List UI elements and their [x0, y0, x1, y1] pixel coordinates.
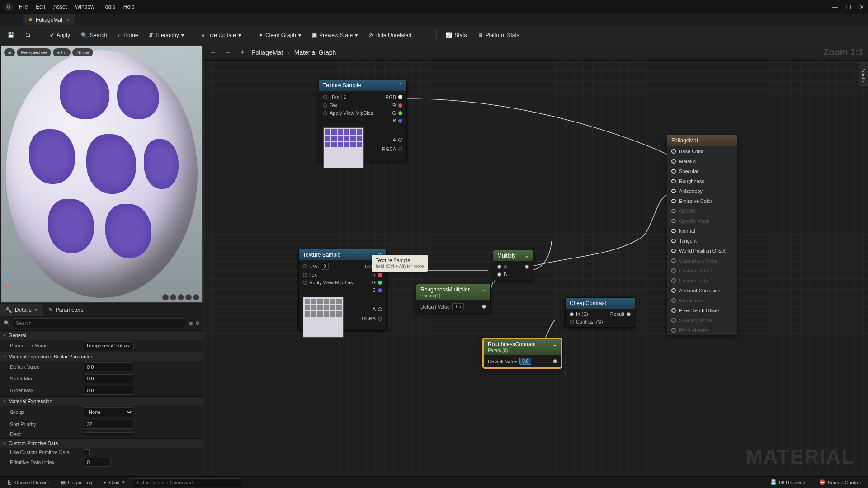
preview-state-button[interactable]: ▣Preview State ▾: [308, 30, 362, 41]
stats-button[interactable]: 📈Stats: [441, 30, 471, 41]
pin-in[interactable]: [303, 281, 307, 285]
tab-close-icon[interactable]: ×: [66, 17, 69, 23]
sort-priority-field[interactable]: 32: [84, 420, 133, 429]
pin-a[interactable]: [398, 138, 402, 142]
hierarchy-button[interactable]: ⇵Hierarchy ▾: [145, 30, 188, 41]
result-pin-roughness[interactable]: Roughness: [667, 176, 737, 186]
shape-custom-icon[interactable]: [193, 294, 199, 300]
pin-icon[interactable]: [671, 149, 676, 154]
result-pin-emissive-color[interactable]: Emissive Color: [667, 196, 737, 206]
viewport-menu-icon[interactable]: ≡: [4, 48, 15, 56]
menu-edit[interactable]: Edit: [36, 4, 45, 10]
tab-parameters[interactable]: ✎Parameters: [43, 304, 89, 316]
pin-in[interactable]: [303, 264, 307, 268]
result-pin-opacity[interactable]: Opacity: [667, 206, 737, 216]
save-button[interactable]: 💾: [4, 29, 19, 41]
param-name-field[interactable]: RoughnessContrast: [84, 341, 134, 350]
nav-forward-icon[interactable]: →: [223, 47, 233, 57]
menu-window[interactable]: Window: [75, 4, 94, 10]
desc-field[interactable]: [84, 432, 133, 436]
source-control-button[interactable]: ⛔Source Control: [816, 478, 864, 487]
collapse-icon[interactable]: ⌃: [398, 82, 402, 89]
section-material-expression[interactable]: Material Expression: [0, 396, 203, 406]
nav-back-icon[interactable]: ←: [208, 47, 218, 57]
group-select[interactable]: None: [84, 407, 133, 417]
pin-a[interactable]: [378, 307, 382, 311]
pin-icon[interactable]: [671, 308, 676, 313]
pin-icon[interactable]: [671, 159, 676, 164]
result-pin-normal[interactable]: Normal: [667, 226, 737, 236]
node-texture-sample-1[interactable]: Texture Sample⌃ UVs0 RGB Tex R Apply Vie…: [319, 80, 407, 161]
section-custom-primitive-data[interactable]: Custom Primitive Data: [0, 438, 203, 448]
close-icon[interactable]: ×: [34, 307, 38, 313]
result-pin-refraction[interactable]: Refraction: [667, 296, 737, 305]
pin-a[interactable]: [497, 265, 501, 269]
result-pin-metallic[interactable]: Metallic: [667, 156, 737, 166]
default-value-field[interactable]: 0.0: [84, 362, 133, 371]
uvs-value[interactable]: 0: [321, 263, 329, 270]
cmd-button[interactable]: ▸Cmd ▾: [100, 478, 128, 487]
result-pin-anisotropy[interactable]: Anisotropy: [667, 186, 737, 196]
result-pin-opacity-mask[interactable]: Opacity Mask: [667, 216, 737, 226]
browse-button[interactable]: 🗀: [21, 29, 36, 41]
content-drawer-button[interactable]: 🗄Content Drawer: [4, 479, 53, 487]
clean-graph-button[interactable]: ✦Clean Graph ▾: [255, 30, 305, 41]
pin-r[interactable]: [398, 103, 402, 108]
primitive-data-index-field[interactable]: 0: [84, 458, 111, 467]
slider-max-field[interactable]: 0.0: [84, 386, 133, 395]
shape-sphere-icon[interactable]: [170, 294, 176, 300]
pin-icon[interactable]: [671, 199, 676, 203]
pin-icon[interactable]: [671, 239, 676, 243]
material-graph[interactable]: ← → ✦ FoliageMat › Material Graph Zoom 1…: [203, 44, 868, 476]
gear-icon[interactable]: ⚙: [195, 320, 200, 326]
chevron-down-icon[interactable]: ⌄: [481, 286, 486, 293]
tab-foliagemat[interactable]: FoliageMat ×: [23, 14, 75, 25]
result-pin-specular[interactable]: Specular: [667, 166, 737, 176]
palette-tab[interactable]: Palette: [859, 62, 868, 86]
shape-plane-icon[interactable]: [178, 294, 184, 300]
breadcrumb[interactable]: FoliageMat › Material Graph: [252, 49, 336, 56]
pin-icon[interactable]: [671, 318, 676, 323]
pin-b[interactable]: [378, 288, 382, 292]
pin-icon[interactable]: [671, 278, 676, 283]
pin-icon[interactable]: [671, 219, 676, 223]
uvs-value[interactable]: 0: [341, 94, 349, 100]
home-button[interactable]: ⌂Home: [114, 30, 142, 41]
pin-rgb[interactable]: [398, 95, 402, 99]
pin-icon[interactable]: [671, 179, 676, 183]
console-input[interactable]: [133, 478, 241, 487]
details-search-input[interactable]: [13, 318, 185, 328]
result-pin-custom-data-0[interactable]: Custom Data 0: [667, 266, 737, 276]
pin-icon[interactable]: [671, 209, 676, 213]
node-roughness-multiplier[interactable]: RoughnessMultiplier⌄ Param (1) Default V…: [416, 284, 491, 313]
section-general[interactable]: General: [0, 330, 203, 340]
result-pin-pixel-depth-offset[interactable]: Pixel Depth Offset: [667, 305, 737, 315]
grid-icon[interactable]: ▦: [188, 320, 193, 326]
pin-rgba[interactable]: [398, 147, 402, 151]
apply-button[interactable]: ✔Apply: [46, 30, 74, 41]
pin-r[interactable]: [378, 273, 382, 277]
result-pin-base-color[interactable]: Base Color: [667, 146, 737, 156]
viewport-perspective[interactable]: Perspective: [17, 48, 51, 56]
menu-tools[interactable]: Tools: [103, 4, 115, 10]
tab-details[interactable]: 🔧Details×: [0, 304, 43, 316]
pin-b[interactable]: [497, 272, 501, 277]
chevron-down-icon[interactable]: ⌄: [552, 341, 557, 347]
pin-icon[interactable]: [671, 288, 676, 293]
toolbar-more-button[interactable]: ⋮: [418, 30, 432, 41]
node-multiply[interactable]: Multiply⌄ A B: [493, 250, 533, 280]
pin-b[interactable]: [398, 119, 402, 123]
result-pin-subsurface-color[interactable]: Subsurface Color: [667, 256, 737, 266]
result-pin-tangent[interactable]: Tangent: [667, 236, 737, 246]
menu-file[interactable]: File: [19, 4, 28, 10]
pin-result[interactable]: [627, 312, 631, 316]
pin-icon[interactable]: [671, 189, 676, 193]
pin-icon[interactable]: [671, 249, 676, 253]
result-pin-world-position-offset[interactable]: World Position Offset: [667, 246, 737, 256]
shape-cube-icon[interactable]: [185, 294, 192, 300]
pin-icon[interactable]: [671, 328, 676, 333]
pin-out[interactable]: [525, 265, 529, 269]
maximize-icon[interactable]: ❐: [846, 4, 851, 10]
shape-cylinder-icon[interactable]: [162, 294, 169, 300]
section-scalar-param[interactable]: Material Expression Scalar Parameter: [0, 352, 203, 361]
